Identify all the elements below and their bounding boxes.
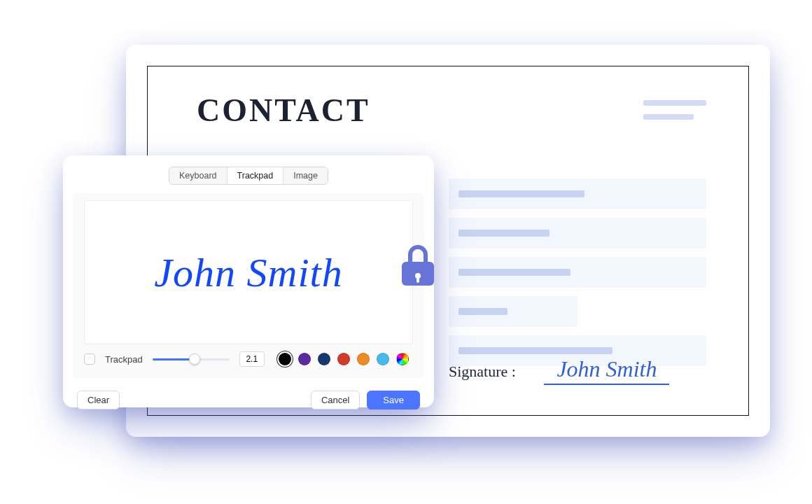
color-swatches bbox=[279, 353, 409, 365]
input-mode-tabs: Keyboard Trackpad Image bbox=[73, 167, 424, 185]
form-row bbox=[449, 178, 706, 209]
color-swatch-black[interactable] bbox=[279, 353, 291, 365]
tab-trackpad[interactable]: Trackpad bbox=[227, 167, 284, 184]
clear-button[interactable]: Clear bbox=[77, 391, 120, 410]
signature-controls: Trackpad 2.1 bbox=[78, 344, 419, 368]
color-swatch-custom[interactable] bbox=[396, 353, 409, 365]
panel-footer: Clear Cancel Save bbox=[73, 382, 424, 410]
form-row bbox=[449, 218, 706, 248]
signature-editor-panel: Keyboard Trackpad Image John Smith Track… bbox=[63, 155, 434, 407]
color-swatch-red[interactable] bbox=[337, 353, 350, 365]
trackpad-checkbox-label: Trackpad bbox=[105, 354, 143, 365]
signature-area: Signature : John Smith bbox=[449, 356, 706, 398]
document-title: CONTACT bbox=[197, 92, 370, 129]
document-signature-value: John Smith bbox=[544, 356, 669, 385]
form-row bbox=[449, 257, 706, 288]
color-swatch-orange[interactable] bbox=[357, 353, 370, 365]
signature-canvas[interactable]: John Smith bbox=[84, 200, 413, 344]
stroke-size-slider[interactable] bbox=[153, 354, 230, 365]
signature-preview-text: John Smith bbox=[84, 249, 413, 296]
save-button[interactable]: Save bbox=[367, 391, 420, 410]
lock-icon bbox=[402, 244, 434, 286]
tab-keyboard[interactable]: Keyboard bbox=[169, 167, 227, 184]
signature-label: Signature : bbox=[449, 363, 516, 381]
stroke-size-value[interactable]: 2.1 bbox=[239, 351, 265, 367]
form-rows bbox=[449, 178, 706, 374]
color-swatch-navy[interactable] bbox=[318, 353, 330, 365]
trackpad-checkbox[interactable] bbox=[84, 354, 95, 365]
cancel-button[interactable]: Cancel bbox=[311, 391, 360, 410]
color-swatch-purple[interactable] bbox=[298, 353, 311, 365]
form-row bbox=[449, 296, 578, 327]
color-swatch-lightblue[interactable] bbox=[377, 353, 389, 365]
header-meta-placeholder bbox=[643, 100, 706, 128]
tab-image[interactable]: Image bbox=[284, 167, 328, 184]
